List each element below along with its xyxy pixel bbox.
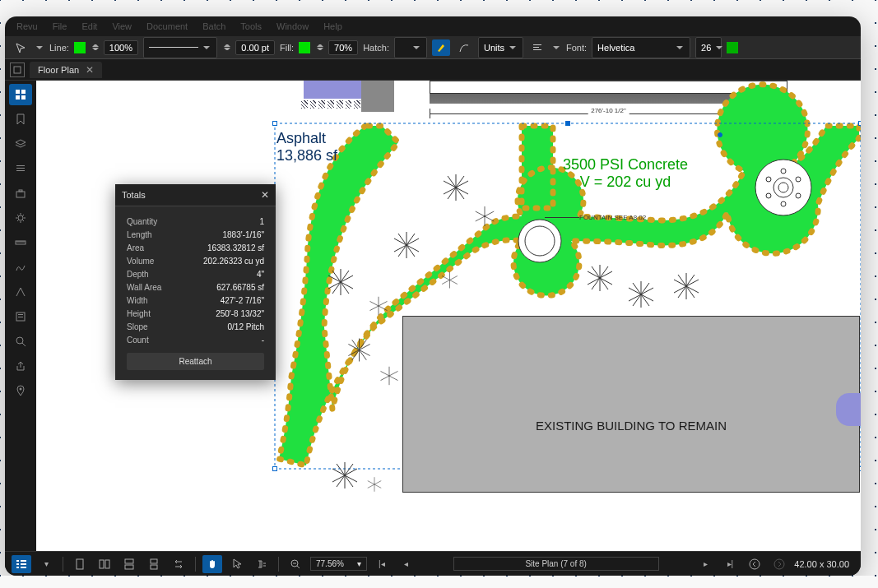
sync-view-icon[interactable] bbox=[169, 555, 188, 573]
menu-tools[interactable]: Tools bbox=[240, 21, 262, 31]
units-combo[interactable]: Units bbox=[478, 37, 523, 58]
tool-picker-dropdown[interactable] bbox=[35, 39, 44, 56]
reattach-button[interactable]: Reattach bbox=[127, 353, 264, 370]
drawing-canvas[interactable]: 276'-10 1/2" bbox=[36, 81, 861, 551]
menu-file[interactable]: File bbox=[53, 21, 67, 31]
next-page-icon[interactable]: ▸ bbox=[695, 555, 715, 573]
menu-revu[interactable]: Revu bbox=[16, 21, 38, 31]
selection-handle-nw[interactable] bbox=[272, 121, 277, 126]
app-window: Revu File Edit View Document Batch Tools… bbox=[5, 16, 861, 576]
linewidth-spinner[interactable] bbox=[92, 42, 99, 53]
highlighter-icon[interactable] bbox=[432, 39, 450, 56]
menu-view[interactable]: View bbox=[112, 21, 132, 31]
menu-help[interactable]: Help bbox=[323, 21, 342, 31]
svg-rect-17 bbox=[18, 317, 23, 317]
tree-symbol bbox=[472, 204, 497, 229]
fill-opacity-spinner[interactable] bbox=[317, 42, 323, 53]
font-combo[interactable]: Helvetica bbox=[592, 37, 690, 58]
svg-rect-43 bbox=[105, 560, 109, 568]
split-horizontal-icon[interactable] bbox=[119, 555, 139, 573]
svg-rect-2 bbox=[533, 49, 541, 50]
svg-rect-16 bbox=[18, 314, 23, 315]
svg-rect-35 bbox=[16, 560, 19, 562]
svg-rect-10 bbox=[16, 170, 25, 171]
shape-icon[interactable] bbox=[9, 281, 32, 303]
lineweight-value[interactable]: 0.00 pt bbox=[235, 40, 275, 55]
existing-building-label: EXISTING BUILDING TO REMAIN bbox=[536, 419, 727, 433]
tree-symbol bbox=[345, 336, 374, 364]
align-icon[interactable] bbox=[528, 39, 546, 56]
pan-tool-icon[interactable] bbox=[202, 555, 222, 573]
toolbox-icon[interactable] bbox=[9, 183, 32, 204]
zoom-out-icon[interactable] bbox=[286, 555, 305, 573]
structure-east bbox=[836, 393, 861, 426]
ruler-icon[interactable] bbox=[9, 232, 32, 253]
gear-icon[interactable] bbox=[9, 207, 32, 229]
fill-color-swatch[interactable] bbox=[299, 42, 310, 53]
svg-rect-46 bbox=[151, 559, 157, 563]
chevron-down-icon[interactable]: ▾ bbox=[36, 555, 56, 573]
split-vertical-icon[interactable] bbox=[95, 555, 114, 573]
menu-batch[interactable]: Batch bbox=[202, 21, 225, 31]
tree-symbol bbox=[367, 294, 390, 317]
menu-document[interactable]: Document bbox=[146, 21, 188, 31]
next-view-icon[interactable] bbox=[769, 555, 789, 573]
zoom-percent[interactable]: 100% bbox=[104, 40, 138, 55]
svg-point-49 bbox=[750, 559, 760, 569]
prev-view-icon[interactable] bbox=[745, 555, 764, 573]
close-tab-icon[interactable]: ✕ bbox=[86, 64, 94, 76]
tree-symbol bbox=[390, 229, 423, 262]
layers-icon[interactable] bbox=[9, 133, 32, 155]
concrete-annotation[interactable]: 3500 PSI Concrete V = 202 cu yd bbox=[563, 156, 688, 191]
existing-building: EXISTING BUILDING TO REMAIN bbox=[402, 316, 860, 493]
svg-point-18 bbox=[16, 337, 23, 344]
totals-row-area: Area16383.32812 sf bbox=[127, 241, 264, 254]
last-page-icon[interactable]: ▸| bbox=[720, 555, 740, 573]
first-page-icon[interactable]: |◂ bbox=[372, 555, 392, 573]
forms-icon[interactable] bbox=[9, 306, 32, 327]
document-tabbar: Floor Plan ✕ bbox=[5, 59, 861, 81]
asphalt-annotation[interactable]: Asphalt 13,886 sf bbox=[276, 130, 337, 164]
selection-rotate-handle[interactable] bbox=[718, 132, 722, 137]
svg-rect-44 bbox=[125, 559, 133, 563]
menu-window[interactable]: Window bbox=[276, 21, 309, 31]
text-select-icon[interactable] bbox=[252, 555, 272, 573]
svg-rect-47 bbox=[151, 565, 157, 569]
single-page-icon[interactable] bbox=[70, 555, 90, 573]
selection-handle-n[interactable] bbox=[565, 121, 570, 126]
line-color-swatch[interactable] bbox=[74, 42, 86, 53]
lineweight-spinner[interactable] bbox=[224, 42, 230, 53]
fill-opacity[interactable]: 70% bbox=[328, 40, 358, 55]
page-indicator[interactable]: Site Plan (7 of 8) bbox=[453, 557, 659, 571]
align-dropdown[interactable] bbox=[551, 39, 561, 56]
signature-icon[interactable] bbox=[9, 257, 32, 278]
svg-rect-39 bbox=[16, 567, 19, 568]
page-dimensions: 42.00 x 30.00 bbox=[794, 559, 854, 569]
bookmarks-icon[interactable] bbox=[9, 109, 32, 130]
location-icon[interactable] bbox=[9, 380, 32, 401]
document-tab[interactable]: Floor Plan ✕ bbox=[30, 62, 102, 78]
pin-tab-icon[interactable] bbox=[10, 63, 25, 77]
thumbnails-icon[interactable] bbox=[9, 84, 32, 105]
properties-icon[interactable] bbox=[9, 158, 32, 179]
hatch-combo[interactable] bbox=[394, 37, 427, 58]
markup-list-icon[interactable] bbox=[12, 555, 31, 573]
search-icon[interactable] bbox=[9, 331, 32, 352]
menu-edit[interactable]: Edit bbox=[81, 21, 97, 31]
page-scroll-icon[interactable] bbox=[144, 555, 164, 573]
selection-handle-sw[interactable] bbox=[272, 466, 277, 471]
zoom-level[interactable]: 77.56%▾ bbox=[310, 557, 367, 571]
select-tool-icon[interactable] bbox=[227, 555, 247, 573]
selection-handle-ne[interactable] bbox=[858, 121, 861, 126]
document-tab-label: Floor Plan bbox=[38, 65, 79, 75]
linestyle-combo[interactable] bbox=[143, 37, 217, 58]
curve-tool-icon[interactable] bbox=[455, 39, 473, 56]
export-icon[interactable] bbox=[9, 355, 32, 377]
close-icon[interactable]: ✕ bbox=[261, 189, 269, 201]
text-color-swatch[interactable] bbox=[727, 42, 738, 53]
font-size-combo[interactable]: 26 bbox=[695, 37, 722, 58]
totals-panel[interactable]: Totals ✕ Quantity1 Length1883'-1/16" Are… bbox=[115, 184, 276, 380]
prev-page-icon[interactable]: ◂ bbox=[397, 555, 416, 573]
tool-picker-icon[interactable] bbox=[12, 39, 30, 56]
totals-row-quantity: Quantity1 bbox=[127, 215, 264, 228]
